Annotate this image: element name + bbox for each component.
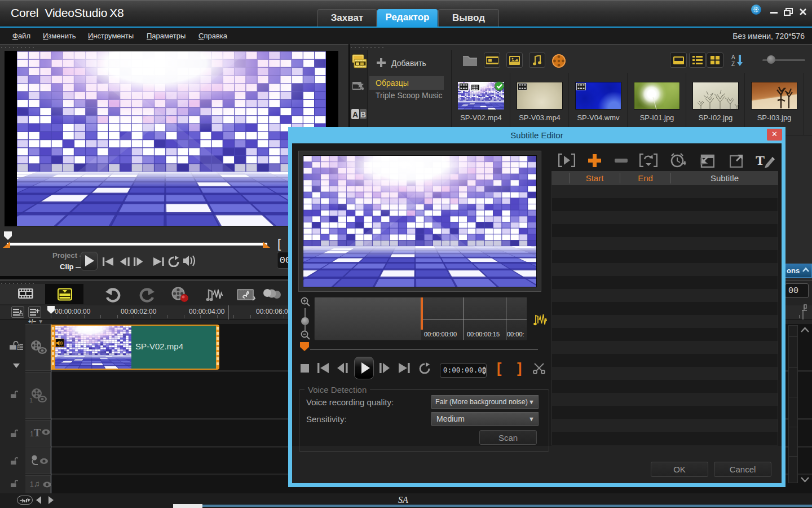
svg-text:Z: Z: [731, 61, 735, 67]
svg-text:B: B: [360, 110, 366, 119]
svg-text:A: A: [352, 110, 358, 119]
svg-text:T: T: [756, 153, 765, 168]
svg-text:A: A: [731, 54, 735, 60]
svg-text:1: 1: [29, 397, 33, 404]
